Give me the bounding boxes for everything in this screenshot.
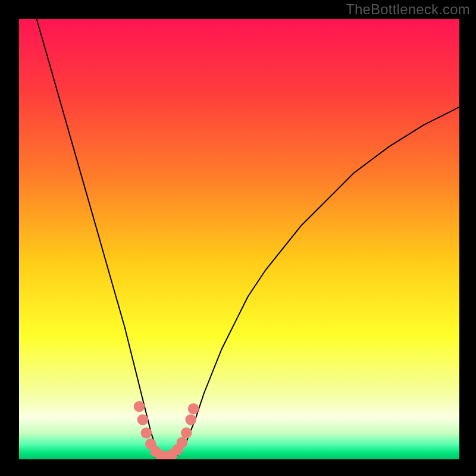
optimal-point-marker (185, 414, 196, 425)
optimal-point-marker (141, 427, 152, 439)
optimal-point-marker (134, 401, 145, 412)
chart-svg (19, 19, 459, 459)
optimal-point-marker (188, 403, 199, 415)
optimal-point-marker (181, 427, 192, 439)
optimal-point-marker (177, 437, 188, 449)
optimal-point-marker (137, 414, 149, 425)
chart-frame: TheBottleneck.com (0, 0, 476, 476)
watermark-text: TheBottleneck.com (346, 1, 470, 18)
plot-area (19, 19, 459, 459)
chart-background (19, 19, 459, 459)
